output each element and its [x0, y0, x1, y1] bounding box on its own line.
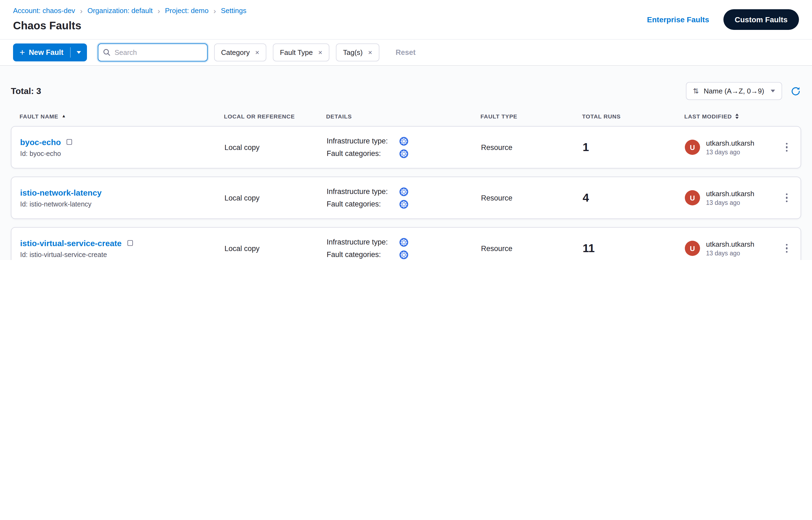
sort-dropdown-value: Name (A→Z, 0→9): [704, 87, 764, 95]
new-fault-label: New Fault: [29, 48, 64, 56]
fault-name-link[interactable]: istio-network-latency: [20, 188, 102, 197]
modified-by: utkarsh.utkarsh: [706, 139, 754, 147]
fault-doc-icon[interactable]: [66, 138, 72, 145]
sort-both-icon: [735, 113, 738, 119]
avatar: U: [685, 190, 700, 205]
total-runs-value: 4: [583, 191, 685, 204]
chevron-down-icon: [771, 90, 775, 93]
column-last-modified[interactable]: LAST MODIFIED: [684, 113, 773, 120]
modified-time: 13 days ago: [706, 149, 754, 155]
search-box: [98, 44, 207, 61]
column-fault-type: FAULT TYPE: [480, 113, 582, 120]
search-input[interactable]: [98, 44, 207, 61]
local-or-reference-value: Local copy: [225, 244, 327, 252]
enterprise-faults-link[interactable]: Enterprise Faults: [647, 15, 709, 24]
modified-time: 13 days ago: [706, 250, 754, 257]
fault-name-cell: istio-network-latency Id: istio-network-…: [20, 188, 225, 208]
filter-category-chip[interactable]: Category ×: [214, 44, 266, 61]
avatar: U: [685, 241, 700, 256]
fault-type-value: Resource: [481, 194, 583, 202]
total-runs-value: 11: [583, 242, 685, 255]
details-cell: Infrastructure type: Fault categories:: [327, 137, 481, 158]
kubernetes-icon: [400, 149, 408, 158]
breadcrumb-project-link[interactable]: Project: demo: [165, 6, 208, 15]
table-header: FAULT NAME ▲ LOCAL OR REFERENCE DETAILS …: [11, 113, 801, 120]
breadcrumb-separator-icon: ›: [213, 7, 216, 15]
fault-name-cell: byoc-echo Id: byoc-echo: [20, 137, 225, 157]
filter-fault-type-label: Fault Type: [280, 48, 313, 56]
column-details: DETAILS: [326, 113, 480, 120]
page-header: Account: chaos-dev › Organization: defau…: [0, 0, 812, 40]
fault-doc-icon[interactable]: [127, 240, 133, 246]
custom-faults-button[interactable]: Custom Faults: [724, 9, 799, 30]
fault-id: Id: istio-network-latency: [20, 200, 225, 208]
fault-row[interactable]: byoc-echo Id: byoc-echo Local copy Infra…: [11, 126, 801, 168]
modified-by: utkarsh.utkarsh: [706, 240, 754, 248]
kubernetes-icon: [400, 250, 408, 259]
last-modified-cell: U utkarsh.utkarsh 13 days ago: [685, 139, 772, 155]
row-menu-button[interactable]: [781, 190, 792, 206]
local-or-reference-value: Local copy: [225, 194, 327, 202]
filter-category-label: Category: [221, 48, 250, 56]
details-cell: Infrastructure type: Fault categories:: [327, 187, 481, 208]
kubernetes-icon: [400, 238, 408, 246]
fault-type-value: Resource: [481, 143, 583, 151]
breadcrumb: Account: chaos-dev › Organization: defau…: [13, 6, 247, 15]
kubernetes-icon: [400, 187, 408, 196]
kubernetes-icon: [400, 200, 408, 208]
fault-row[interactable]: istio-virtual-service-create Id: istio-v…: [11, 227, 801, 260]
fault-name-cell: istio-virtual-service-create Id: istio-v…: [20, 238, 225, 258]
last-modified-cell: U utkarsh.utkarsh 13 days ago: [685, 190, 772, 206]
sort-updown-icon: ⇅: [693, 87, 699, 95]
search-icon: [102, 48, 110, 56]
new-fault-chevron-down-icon[interactable]: [70, 44, 87, 61]
column-local-or-reference: LOCAL OR REFERENCE: [224, 113, 326, 120]
header-right: Enterprise Faults Custom Faults: [647, 9, 799, 30]
row-menu-button[interactable]: [781, 241, 792, 256]
breadcrumb-settings-link[interactable]: Settings: [221, 6, 247, 15]
kubernetes-icon: [400, 137, 408, 145]
page-title: Chaos Faults: [13, 19, 247, 32]
filter-fault-type-chip[interactable]: Fault Type ×: [273, 44, 329, 61]
modified-time: 13 days ago: [706, 200, 754, 206]
fault-categories-label: Fault categories:: [327, 251, 393, 259]
column-total-runs: TOTAL RUNS: [582, 113, 684, 120]
column-fault-name-label: FAULT NAME: [20, 113, 58, 120]
chaos-faults-page: Account: chaos-dev › Organization: defau…: [0, 0, 812, 260]
breadcrumb-separator-icon: ›: [158, 7, 160, 15]
sort-ascending-icon: ▲: [62, 114, 66, 119]
sort-dropdown[interactable]: ⇅ Name (A→Z, 0→9): [686, 82, 782, 100]
avatar: U: [685, 140, 700, 155]
filter-tags-chip[interactable]: Tag(s) ×: [336, 44, 379, 61]
new-fault-button[interactable]: + New Fault: [13, 44, 87, 61]
breadcrumb-separator-icon: ›: [80, 7, 82, 15]
plus-icon: +: [20, 48, 25, 57]
close-icon[interactable]: ×: [368, 48, 372, 56]
fault-row[interactable]: istio-network-latency Id: istio-network-…: [11, 177, 801, 219]
new-fault-main[interactable]: + New Fault: [20, 48, 63, 57]
faults-list-section: Total: 3 ⇅ Name (A→Z, 0→9) FAULT NAME: [0, 66, 812, 260]
column-last-modified-label: LAST MODIFIED: [684, 113, 732, 120]
total-count: Total: 3: [11, 86, 41, 96]
header-left: Account: chaos-dev › Organization: defau…: [13, 6, 247, 32]
fault-name-link[interactable]: istio-virtual-service-create: [20, 238, 122, 248]
reset-button[interactable]: Reset: [396, 48, 416, 56]
breadcrumb-organization-link[interactable]: Organization: default: [87, 6, 153, 15]
fault-id: Id: istio-virtual-service-create: [20, 251, 225, 258]
total-runs-value: 1: [583, 141, 685, 154]
fault-categories-label: Fault categories:: [327, 150, 393, 158]
fault-name-link[interactable]: byoc-echo: [20, 137, 61, 147]
column-fault-name[interactable]: FAULT NAME ▲: [20, 113, 224, 120]
filter-tags-label: Tag(s): [343, 48, 362, 56]
row-menu-button[interactable]: [781, 140, 792, 155]
fault-type-value: Resource: [481, 244, 583, 252]
breadcrumb-account-link[interactable]: Account: chaos-dev: [13, 6, 75, 15]
local-or-reference-value: Local copy: [225, 143, 327, 151]
close-icon[interactable]: ×: [255, 48, 259, 56]
list-header-row: Total: 3 ⇅ Name (A→Z, 0→9): [11, 66, 801, 100]
last-modified-cell: U utkarsh.utkarsh 13 days ago: [685, 240, 772, 257]
list-header-controls: ⇅ Name (A→Z, 0→9): [686, 82, 801, 100]
refresh-icon[interactable]: [790, 85, 801, 97]
modified-by: utkarsh.utkarsh: [706, 190, 754, 198]
close-icon[interactable]: ×: [318, 48, 322, 56]
